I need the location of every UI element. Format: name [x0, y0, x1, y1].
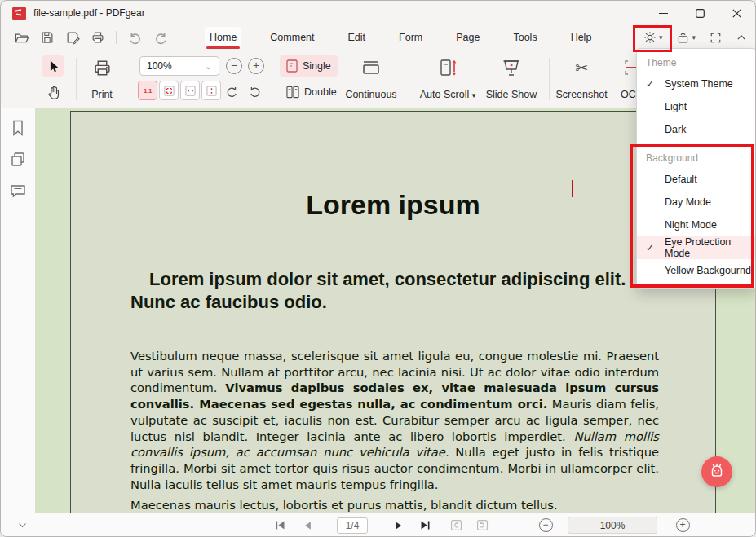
menu-item-light[interactable]: Light [637, 95, 756, 118]
check-icon: ✓ [646, 78, 654, 90]
menu-item-night-mode[interactable]: Night Mode [637, 213, 756, 236]
caret-down-icon: ▾ [692, 33, 696, 42]
caret-down-icon: ▾ [659, 33, 663, 42]
continuous-button[interactable] [343, 56, 399, 79]
menu-separator [637, 144, 756, 145]
bookmarks-panel-button[interactable] [10, 119, 26, 137]
print-quick-icon[interactable] [91, 30, 105, 45]
rotate-ccw-button[interactable] [245, 82, 263, 100]
fit-width-icon [185, 86, 196, 96]
status-zoom-out-button[interactable]: − [536, 513, 555, 537]
slide-show-icon [501, 58, 522, 78]
save-icon[interactable] [40, 30, 55, 45]
print-button[interactable] [86, 56, 118, 79]
theme-dropdown-menu: Theme ✓System Theme Light Dark Backgroun… [636, 48, 756, 289]
open-file-icon[interactable] [14, 30, 29, 46]
share-icon [676, 31, 690, 45]
zoom-in-button[interactable]: + [248, 58, 264, 74]
select-tool-button[interactable] [42, 55, 64, 77]
check-icon: ✓ [646, 242, 654, 253]
menu-item-eye-protection-mode[interactable]: ✓Eye Protection Mode [637, 236, 756, 259]
zoom-level-select[interactable]: 100% ⌄ [139, 56, 219, 76]
share-button[interactable]: ▾ [676, 31, 696, 45]
collapse-sidebar-button[interactable] [12, 513, 32, 537]
tab-page[interactable]: Page [451, 27, 484, 48]
single-page-icon [286, 59, 298, 73]
previous-view-button[interactable] [446, 513, 466, 537]
fit-width-button[interactable] [180, 81, 200, 100]
zoom-level-value: 100% [147, 60, 172, 72]
document-last-line: Maecenas mauris lectus, lobortis et puru… [130, 498, 659, 512]
continuous-icon [360, 58, 382, 77]
theme-section-header: Theme [637, 53, 756, 73]
menu-item-dark[interactable]: Dark [637, 118, 756, 141]
minimize-button[interactable] [645, 1, 682, 25]
menu-item-system-theme[interactable]: ✓System Theme [637, 73, 756, 95]
status-zoom-value[interactable]: 100% [567, 513, 658, 537]
menu-item-yellow-background[interactable]: Yellow Backgournd [637, 259, 756, 282]
document-paragraph: Vestibulum neque massa, scelerisque sit … [130, 348, 659, 492]
tab-form[interactable]: Form [394, 27, 427, 48]
hand-icon [46, 85, 61, 100]
cursor-arrow-icon [46, 59, 60, 73]
statusbar: 1/4 − 100% + [1, 513, 755, 536]
fit-page-button[interactable] [159, 81, 179, 100]
annotation-caret-mark [572, 180, 573, 197]
first-page-button[interactable] [270, 513, 290, 537]
tab-comment[interactable]: Comment [265, 27, 319, 48]
page-indicator[interactable]: 1/4 [334, 513, 371, 537]
redo-icon[interactable] [153, 30, 169, 46]
double-page-button[interactable]: Double [280, 81, 343, 103]
screenshot-button[interactable]: ✂ [564, 56, 599, 79]
document-title: Lorem ipsum [71, 189, 715, 221]
menu-tabs: Home Comment Edit Form Page Tools Help [205, 25, 596, 50]
auto-scroll-button[interactable] [427, 56, 469, 79]
maximize-button[interactable] [682, 1, 718, 25]
save-as-icon[interactable] [65, 30, 80, 45]
divider [116, 31, 117, 44]
single-page-button[interactable]: Single [280, 55, 338, 77]
actual-size-button[interactable]: 1:1 [138, 81, 157, 100]
close-button[interactable] [718, 1, 755, 25]
screenshot-label: Screenshot [552, 89, 611, 100]
background-section-header: Background [637, 148, 756, 168]
undo-icon[interactable] [127, 30, 143, 46]
assistant-chat-button[interactable] [701, 456, 732, 487]
chevron-down-icon: ⌄ [205, 61, 212, 72]
next-page-button[interactable] [389, 513, 409, 537]
tab-tools[interactable]: Tools [508, 27, 542, 48]
zoom-out-button[interactable]: − [226, 58, 242, 74]
thumbnails-panel-button[interactable] [9, 151, 27, 169]
collapse-ribbon-button[interactable] [736, 32, 747, 43]
slide-show-label: Slide Show [482, 89, 541, 100]
fit-page-icon [164, 86, 175, 96]
tab-home[interactable]: Home [205, 27, 241, 48]
menubar: Home Comment Edit Form Page Tools Help ▾… [1, 25, 755, 50]
hand-tool-button[interactable] [42, 81, 64, 103]
left-panel [1, 108, 35, 513]
titlebar: file-sample.pdf - PDFgear [1, 1, 755, 25]
theme-menu-button[interactable]: ▾ [643, 30, 663, 45]
divider [130, 58, 130, 100]
divider [549, 58, 550, 100]
slide-show-button[interactable] [489, 56, 534, 79]
continuous-label: Continuous [337, 89, 405, 100]
fit-height-button[interactable] [201, 81, 221, 100]
window-title: file-sample.pdf - PDFgear [33, 7, 145, 19]
menu-item-day-mode[interactable]: Day Mode [637, 191, 756, 213]
tab-edit[interactable]: Edit [343, 27, 371, 48]
menu-item-default[interactable]: Default [637, 168, 756, 191]
last-page-button[interactable] [415, 513, 435, 537]
tab-help[interactable]: Help [566, 27, 597, 48]
robot-icon [707, 462, 727, 482]
next-view-button[interactable] [472, 513, 492, 537]
status-zoom-in-button[interactable]: + [673, 513, 692, 537]
pdfgear-logo-icon [12, 7, 26, 20]
comments-panel-button[interactable] [9, 183, 27, 200]
sun-icon [643, 30, 657, 45]
divider [272, 58, 272, 100]
fullscreen-button[interactable] [710, 32, 722, 44]
previous-page-button[interactable] [298, 513, 317, 537]
rotate-cw-button[interactable] [223, 82, 241, 100]
app-window: file-sample.pdf - PDFgear Home Comment E… [0, 0, 756, 537]
